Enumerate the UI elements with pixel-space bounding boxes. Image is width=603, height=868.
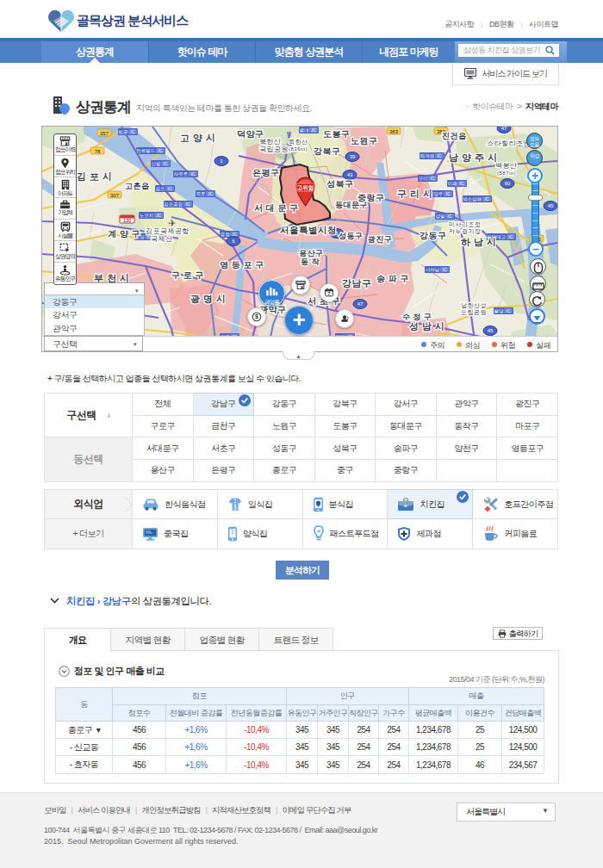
svg-text:45: 45 xyxy=(548,203,554,208)
svg-text:동 작: 동 작 xyxy=(301,257,320,266)
svg-text:구 리 시: 구 리 시 xyxy=(397,189,433,199)
svg-text:구리: 구리 xyxy=(419,176,428,181)
svg-text:서 대 문 구: 서 대 문 구 xyxy=(254,203,299,213)
svg-text:강일: 강일 xyxy=(436,214,445,220)
svg-text:IC: IC xyxy=(448,214,452,219)
svg-text:IC: IC xyxy=(431,176,435,181)
svg-text:고위험: 고위험 xyxy=(297,184,314,191)
svg-text:IC: IC xyxy=(443,267,447,272)
svg-text:도립공원: 도립공원 xyxy=(461,309,487,316)
svg-text:미사리조정: 미사리조정 xyxy=(449,221,482,228)
svg-text:백봉산: 백봉산 xyxy=(495,162,518,170)
svg-text:47: 47 xyxy=(501,127,507,131)
svg-text:✈: ✈ xyxy=(168,218,176,228)
svg-text:7: 7 xyxy=(328,291,331,296)
svg-text:IC: IC xyxy=(191,171,196,177)
svg-text:진건읍: 진건읍 xyxy=(442,132,467,140)
svg-text:중랑구: 중랑구 xyxy=(357,193,385,202)
svg-text:자유로: 자유로 xyxy=(174,171,189,177)
svg-text:신평: 신평 xyxy=(152,161,161,167)
svg-text:광 명 시: 광 명 시 xyxy=(190,294,227,304)
svg-text:덕소삼패: 덕소삼패 xyxy=(463,196,482,202)
svg-text:IC: IC xyxy=(164,161,168,166)
svg-text:국제선: 국제선 xyxy=(151,235,173,243)
svg-text:성동구: 성동구 xyxy=(339,232,364,240)
svg-text:강북구: 강북구 xyxy=(314,146,341,156)
svg-text:IC: IC xyxy=(131,129,135,134)
svg-text:성북구: 성북구 xyxy=(326,179,354,189)
svg-text:영 등 포 구: 영 등 포 구 xyxy=(220,260,264,270)
svg-text:남한산성: 남한산성 xyxy=(461,302,487,309)
svg-text:카누경기장: 카누경기장 xyxy=(449,228,482,235)
svg-text:김포공항: 김포공항 xyxy=(164,202,183,208)
svg-text:용산구: 용산구 xyxy=(299,249,324,257)
svg-text:130: 130 xyxy=(123,218,131,223)
svg-text:47: 47 xyxy=(357,301,364,307)
svg-text:계 양 구: 계 양 구 xyxy=(108,229,140,239)
svg-text:구 로 구: 구 로 구 xyxy=(171,270,204,280)
svg-text:서하남: 서하남 xyxy=(426,267,440,272)
svg-text:김포국제공항: 김포국제공항 xyxy=(146,227,190,235)
svg-text:78: 78 xyxy=(95,149,101,154)
svg-text:357: 357 xyxy=(100,131,109,136)
svg-text:남 양 주 시: 남 양 주 시 xyxy=(449,152,498,163)
svg-text:60: 60 xyxy=(505,181,511,186)
svg-text:IC: IC xyxy=(485,196,489,202)
svg-text:팔당: 팔당 xyxy=(494,308,505,314)
svg-text:영창: 영창 xyxy=(221,232,231,238)
svg-text:김 포 시: 김 포 시 xyxy=(77,171,113,182)
svg-text:스타힐리조트: 스타힐리조트 xyxy=(487,140,531,147)
svg-text:JC: JC xyxy=(311,127,317,133)
svg-text:(587m): (587m) xyxy=(497,170,516,176)
svg-text:북한산: 북한산 xyxy=(289,139,308,145)
svg-text:강남구: 강남구 xyxy=(342,278,372,288)
svg-text:IC: IC xyxy=(438,153,442,158)
svg-text:45: 45 xyxy=(488,328,494,333)
svg-text:성 남 시: 성 남 시 xyxy=(409,321,445,332)
svg-text:은평구: 은평구 xyxy=(252,168,280,177)
svg-text:IC: IC xyxy=(159,148,163,153)
svg-text:고촌읍: 고촌읍 xyxy=(125,182,150,190)
svg-text:노원구: 노원구 xyxy=(351,136,378,146)
svg-text:(836m): (836m) xyxy=(289,146,308,152)
svg-text:IC: IC xyxy=(186,202,190,207)
svg-text:43: 43 xyxy=(347,172,353,177)
svg-text:노오지: 노오지 xyxy=(140,213,154,218)
svg-text:383: 383 xyxy=(389,129,399,134)
svg-text:수 정 구: 수 정 구 xyxy=(402,313,432,321)
svg-text:IC: IC xyxy=(446,191,451,196)
svg-text:북한산: 북한산 xyxy=(259,138,282,146)
svg-text:이패: 이패 xyxy=(448,181,457,186)
svg-text:IC: IC xyxy=(507,308,511,313)
svg-text:JC: JC xyxy=(156,213,162,218)
svg-text:IC: IC xyxy=(168,186,172,191)
svg-text:JC: JC xyxy=(208,191,214,196)
svg-text:송 파 구: 송 파 구 xyxy=(376,274,409,283)
svg-text:광진구: 광진구 xyxy=(368,235,393,244)
svg-text:307: 307 xyxy=(110,193,120,198)
svg-text:하 남 시: 하 남 시 xyxy=(461,237,497,247)
svg-text:고 양 시: 고 양 시 xyxy=(180,133,216,143)
svg-text:강동구: 강동구 xyxy=(420,231,447,240)
svg-text:IC: IC xyxy=(460,181,464,186)
svg-text:도봉구: 도봉구 xyxy=(323,129,351,139)
svg-text:김포: 김포 xyxy=(156,186,166,191)
svg-text:북로: 북로 xyxy=(196,191,207,196)
svg-text:별내: 별내 xyxy=(300,127,309,133)
svg-text:$: $ xyxy=(255,313,258,320)
svg-text:39: 39 xyxy=(350,154,356,159)
svg-text:서울특별시청: 서울특별시청 xyxy=(280,225,337,235)
svg-text:국립공원: 국립공원 xyxy=(259,146,289,153)
svg-text:퇴계원: 퇴계원 xyxy=(420,153,435,158)
svg-text:IC: IC xyxy=(509,234,513,239)
svg-text:한류월드: 한류월드 xyxy=(136,148,156,153)
svg-text:법곳: 법곳 xyxy=(119,129,129,134)
